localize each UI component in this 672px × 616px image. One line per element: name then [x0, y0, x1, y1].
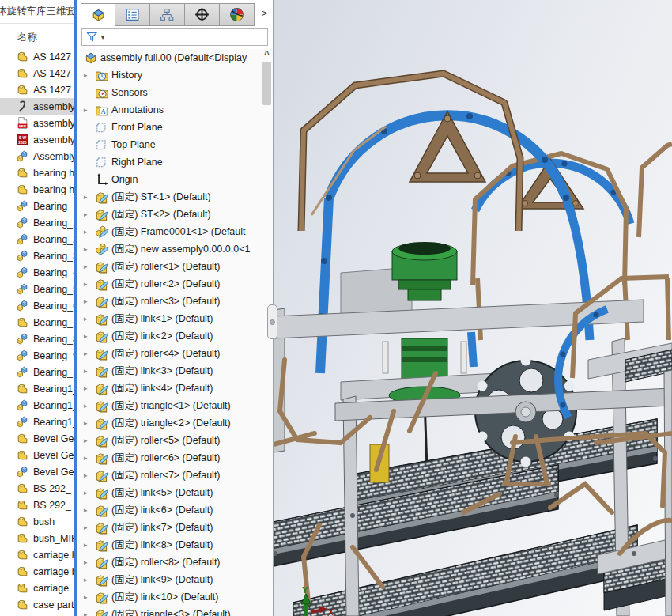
file-list-item[interactable]: Bearing_7 [0, 314, 74, 331]
expand-arrow-icon[interactable]: ▸ [83, 350, 95, 357]
tree-item[interactable]: ▸(固定) link<8> (Default) [79, 536, 262, 554]
tree-item[interactable]: ▸(固定) link<2> (Default) [79, 327, 262, 345]
expand-arrow-icon[interactable]: ▸ [83, 367, 95, 375]
tree-item[interactable]: ▸(固定) roller<2> (Default) [79, 275, 262, 293]
tree-item[interactable]: ▸(固定) roller<6> (Default) [79, 449, 262, 467]
tree-item[interactable]: Top Plane [79, 136, 262, 153]
tree-item[interactable]: Front Plane [79, 119, 262, 136]
file-list-item[interactable]: ERRassembly [0, 115, 74, 131]
expand-arrow-icon[interactable]: ▸ [83, 402, 95, 410]
expand-arrow-icon[interactable]: ▸ [83, 106, 95, 114]
file-list-item[interactable]: Bearing_5 [0, 281, 74, 297]
expand-arrow-icon[interactable]: ▸ [83, 71, 95, 79]
tree-item[interactable]: ▸(固定) link<3> (Default) [79, 362, 262, 380]
expand-arrow-icon[interactable]: ▸ [83, 332, 95, 340]
tab-display-manager[interactable] [220, 3, 255, 26]
tree-item[interactable]: ▸(固定) link<10> (Default) [79, 588, 262, 606]
file-list-item[interactable]: Bearing_9 [0, 347, 74, 364]
scrollbar-thumb[interactable] [262, 62, 271, 105]
graphics-viewport[interactable]: Y X [274, 0, 672, 616]
file-list-item[interactable]: AS 1427 - [0, 48, 74, 65]
tree-item[interactable]: ▸(固定) roller<3> (Default) [79, 293, 262, 310]
tree-item[interactable]: ▸(固定) Frame0001<1> (Default [79, 223, 262, 240]
filter-dropdown-arrow[interactable]: ▾ [101, 34, 104, 41]
file-list-item[interactable]: bush [0, 513, 74, 530]
file-list-item[interactable]: bearing h [0, 164, 74, 181]
file-list-item[interactable]: Bearing_8 [0, 331, 74, 347]
file-list-item[interactable]: Assembly [0, 148, 74, 164]
file-list-item[interactable]: BS 292_ P [0, 497, 74, 513]
file-list-item[interactable]: Bearing_1 [0, 214, 74, 231]
scroll-up-arrow[interactable]: ^ [262, 49, 272, 60]
file-list-item[interactable]: carriage b [0, 546, 74, 563]
file-list-item[interactable]: Bevel Gea [0, 430, 74, 447]
tab-dimxpert[interactable] [185, 3, 220, 26]
tree-item[interactable]: ▸(固定) roller<5> (Default) [79, 432, 262, 449]
file-list-item[interactable]: AS 1427 - [0, 81, 74, 98]
file-list-item[interactable]: AS 1427 - [0, 65, 74, 81]
tree-item[interactable]: ▸(固定) triangle<3> (Default) [79, 606, 262, 616]
tree-filter-box[interactable]: ▾ [81, 28, 268, 46]
file-list-item[interactable]: BS 292_ P [0, 480, 74, 497]
panel-splitter-handle[interactable] [267, 304, 277, 339]
expand-arrow-icon[interactable]: ▸ [83, 245, 95, 253]
tree-item[interactable]: Right Plane [79, 153, 262, 171]
expand-arrow-icon[interactable]: ▸ [83, 558, 95, 566]
expand-arrow-icon[interactable]: ▸ [83, 228, 95, 236]
file-list-item[interactable]: carriage [0, 580, 74, 596]
file-list-item[interactable]: Bearing1_ [0, 397, 74, 414]
tree-item[interactable]: ▸(固定) new assemply0.00.0.0<1 [79, 240, 262, 258]
file-list-item[interactable]: bush_MIR [0, 530, 74, 546]
tree-item[interactable]: ▸History [79, 66, 262, 84]
tab-overflow-arrow[interactable]: > [261, 7, 267, 19]
expand-arrow-icon[interactable]: ▸ [83, 419, 95, 427]
expand-arrow-icon[interactable]: ▸ [83, 541, 95, 549]
tree-item[interactable]: ▸(固定) roller<7> (Default) [79, 467, 262, 484]
tree-item[interactable]: ▸(固定) roller<1> (Default) [79, 258, 262, 275]
file-list-item[interactable]: Bearing1_ [0, 380, 74, 397]
file-list-item[interactable]: Bearing_6 [0, 297, 74, 314]
tree-item[interactable]: ▸(固定) link<6> (Default) [79, 501, 262, 519]
tree-item[interactable]: ▸(固定) link<5> (Default) [79, 484, 262, 501]
file-list-item[interactable]: Bevel Gea [0, 463, 74, 480]
tree-item[interactable]: Sensors [79, 84, 262, 101]
expand-arrow-icon[interactable]: ▸ [83, 384, 95, 392]
file-list-item[interactable]: Bearing1_ [0, 414, 74, 430]
tree-item[interactable]: ▸(固定) roller<4> (Default) [79, 345, 262, 362]
file-list-header-name[interactable]: 名称 [17, 31, 37, 44]
file-list-item[interactable]: bearing h [0, 181, 74, 198]
expand-arrow-icon[interactable]: ▸ [83, 210, 95, 218]
file-list-item[interactable]: case part [0, 596, 74, 613]
expand-arrow-icon[interactable]: ▸ [83, 506, 95, 514]
tree-item[interactable]: ▸(固定) link<1> (Default) [79, 310, 262, 327]
file-list-item[interactable]: S W2020assembly [0, 131, 74, 148]
filter-funnel-icon[interactable] [85, 31, 100, 43]
tree-item[interactable]: ▸(固定) link<9> (Default) [79, 571, 262, 588]
tree-item[interactable]: Origin [79, 171, 262, 188]
expand-arrow-icon[interactable]: ▸ [83, 193, 95, 201]
expand-arrow-icon[interactable]: ▸ [83, 489, 95, 497]
tab-features[interactable] [81, 3, 115, 26]
tree-item[interactable]: ▸(固定) triangle<2> (Default) [79, 414, 262, 432]
file-list-item[interactable]: Bearing_3 [0, 248, 74, 264]
expand-arrow-icon[interactable]: ▸ [83, 576, 95, 584]
file-list-item[interactable]: Bearing_4 [0, 264, 74, 281]
expand-arrow-icon[interactable]: ▸ [83, 280, 95, 288]
expand-arrow-icon[interactable]: ▸ [83, 471, 95, 479]
file-list-item[interactable]: Bearing_2 [0, 231, 74, 248]
expand-arrow-icon[interactable]: ▸ [83, 610, 95, 616]
tree-item[interactable]: ▸AAnnotations [79, 101, 262, 119]
expand-arrow-icon[interactable]: ▸ [83, 297, 95, 305]
expand-arrow-icon[interactable]: ▸ [83, 523, 95, 531]
file-list-item[interactable]: carriage b [0, 563, 74, 580]
tree-item[interactable]: ▸(固定) triangle<1> (Default) [79, 397, 262, 414]
file-list-item[interactable]: Bearing [0, 198, 74, 214]
expand-arrow-icon[interactable]: ▸ [83, 263, 95, 270]
tree-root-item[interactable]: assembly full.00 (Default<Display [79, 49, 262, 66]
file-list-item[interactable]: Bevel Gea [0, 447, 74, 463]
tab-property-manager[interactable] [115, 3, 150, 26]
tree-item[interactable]: ▸(固定) ST<2> (Default) [79, 206, 262, 223]
tree-item[interactable]: ▸(固定) link<4> (Default) [79, 380, 262, 397]
expand-arrow-icon[interactable]: ▸ [83, 315, 95, 323]
tree-item[interactable]: ▸(固定) roller<8> (Default) [79, 554, 262, 571]
